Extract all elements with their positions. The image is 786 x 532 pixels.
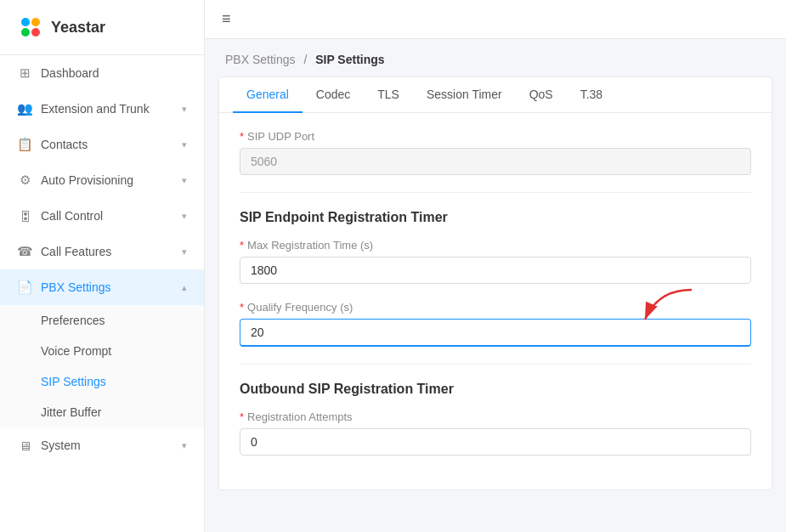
tab-t38[interactable]: T.38	[567, 77, 616, 113]
call-features-icon: ☎	[17, 244, 32, 259]
chevron-down-icon: ▾	[182, 104, 187, 115]
required-indicator: *	[240, 301, 244, 314]
chevron-down-icon: ▾	[182, 211, 187, 222]
breadcrumb-parent[interactable]: PBX Settings	[225, 53, 296, 66]
pbx-settings-icon: 📄	[17, 280, 32, 295]
sidebar-item-label: Call Control	[41, 209, 103, 223]
users-icon: 👥	[17, 101, 32, 116]
general-form: * SIP UDP Port SIP Endpoint Registration…	[219, 113, 772, 490]
sidebar-item-extension-trunk[interactable]: 👥 Extension and Trunk ▾	[0, 91, 204, 127]
sip-udp-port-group: * SIP UDP Port	[240, 130, 751, 175]
tab-qos[interactable]: QoS	[516, 77, 567, 113]
contacts-icon: 📋	[17, 137, 32, 152]
settings-card: General Codec TLS Session Timer QoS T.38	[218, 76, 772, 490]
content-area: PBX Settings / SIP Settings General Code…	[205, 39, 786, 532]
sidebar-item-label: Extension and Trunk	[41, 102, 150, 116]
tab-tls[interactable]: TLS	[364, 77, 413, 113]
chevron-down-icon: ▾	[182, 175, 187, 186]
outbound-section-title: Outbound SIP Registration Timer	[240, 382, 751, 397]
endpoint-section-title: SIP Endpoint Registration Timer	[240, 210, 751, 225]
sidebar-item-auto-provisioning[interactable]: ⚙ Auto Provisioning ▾	[0, 162, 204, 198]
dashboard-icon: ⊞	[17, 65, 32, 81]
annotation-arrow	[632, 286, 700, 331]
sip-udp-port-input[interactable]	[240, 148, 751, 175]
sidebar-item-preferences[interactable]: Preferences	[0, 305, 204, 336]
call-control-icon: 🎛	[17, 208, 32, 224]
tab-session-timer[interactable]: Session Timer	[413, 77, 516, 113]
sidebar-item-voice-prompt[interactable]: Voice Prompt	[0, 336, 204, 366]
required-indicator: *	[240, 410, 244, 423]
chevron-down-icon: ▾	[182, 139, 187, 150]
main-content: ≡ PBX Settings / SIP Settings General Co…	[205, 0, 786, 532]
logo: Yeastar	[0, 0, 204, 55]
max-reg-time-label: * Max Registration Time (s)	[240, 239, 751, 252]
sidebar-item-jitter-buffer[interactable]: Jitter Buffer	[0, 397, 204, 427]
reg-attempts-group: * Registration Attempts	[240, 410, 751, 456]
sidebar-item-label: Auto Provisioning	[41, 173, 133, 187]
chevron-down-icon: ▾	[182, 246, 187, 258]
pbx-settings-submenu: Preferences Voice Prompt SIP Settings Ji…	[0, 305, 204, 427]
tab-general[interactable]: General	[233, 77, 303, 113]
sip-udp-port-label: * SIP UDP Port	[240, 130, 751, 143]
tab-bar: General Codec TLS Session Timer QoS T.38	[219, 77, 772, 113]
qualify-freq-group: * Qualify Frequency (s)	[240, 301, 751, 347]
logo-text: Yeastar	[51, 19, 105, 37]
breadcrumb: PBX Settings / SIP Settings	[205, 39, 786, 76]
svg-point-2	[21, 28, 30, 37]
sidebar-item-system[interactable]: 🖥 System ▾	[0, 427, 204, 463]
section-divider	[240, 192, 751, 193]
breadcrumb-separator: /	[303, 53, 307, 66]
breadcrumb-current: SIP Settings	[315, 53, 384, 66]
svg-point-1	[31, 18, 40, 26]
tab-codec[interactable]: Codec	[303, 77, 364, 113]
sidebar-item-label: PBX Settings	[41, 280, 111, 294]
sidebar-item-label: Call Features	[41, 245, 111, 258]
top-bar: ≡	[205, 0, 786, 39]
chevron-up-icon: ▴	[182, 282, 187, 293]
required-indicator: *	[240, 239, 244, 252]
sidebar-item-label: System	[41, 439, 81, 452]
sidebar-item-dashboard[interactable]: ⊞ Dashboard	[0, 55, 204, 91]
menu-toggle-button[interactable]: ≡	[222, 10, 231, 28]
sidebar-item-label: Contacts	[41, 138, 88, 151]
section-divider-2	[240, 364, 751, 365]
sidebar-item-contacts[interactable]: 📋 Contacts ▾	[0, 127, 204, 162]
max-reg-time-group: * Max Registration Time (s)	[240, 239, 751, 284]
sidebar-item-call-features[interactable]: ☎ Call Features ▾	[0, 234, 204, 269]
max-reg-time-input[interactable]	[240, 257, 751, 284]
required-indicator: *	[240, 130, 244, 143]
sidebar-item-label: Dashboard	[41, 66, 99, 80]
chevron-down-icon: ▾	[182, 440, 187, 451]
sidebar: Yeastar ⊞ Dashboard 👥 Extension and Trun…	[0, 0, 205, 532]
reg-attempts-label: * Registration Attempts	[240, 410, 751, 423]
provisioning-icon: ⚙	[17, 173, 32, 188]
system-icon: 🖥	[17, 438, 32, 453]
svg-point-3	[31, 28, 40, 37]
svg-point-0	[21, 18, 30, 26]
sidebar-item-pbx-settings[interactable]: 📄 PBX Settings ▴	[0, 269, 204, 305]
sidebar-item-sip-settings[interactable]: SIP Settings	[0, 366, 204, 397]
reg-attempts-input[interactable]	[240, 428, 751, 456]
sidebar-item-call-control[interactable]: 🎛 Call Control ▾	[0, 198, 204, 234]
